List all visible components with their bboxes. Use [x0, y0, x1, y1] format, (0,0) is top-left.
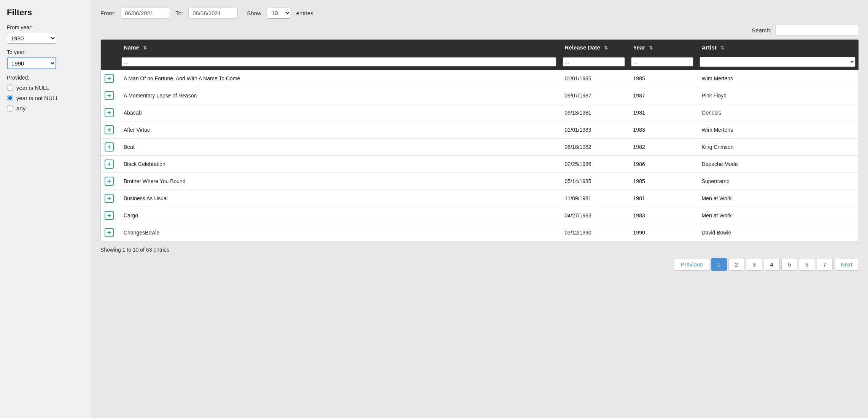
page-6-button[interactable]: 6 — [799, 258, 815, 271]
radio-year-not-null-label: year is not NULL — [16, 95, 59, 101]
cell-year: 1990 — [628, 224, 696, 241]
page-7-button[interactable]: 7 — [817, 258, 833, 271]
sidebar-title: Filters — [7, 8, 84, 18]
cell-name: A Momentary Lapse of Reason — [118, 87, 560, 104]
col-name-sort-icon: ⇅ — [143, 45, 147, 51]
cell-name: Brother Where You Bound — [118, 173, 560, 190]
table-row: + Business As Usual 11/09/1981 1981 Men … — [101, 190, 858, 207]
from-date-input[interactable] — [121, 8, 170, 19]
table-row: + A Man Of no Fortune, And With A Name T… — [101, 70, 858, 87]
filter-cell-add — [101, 55, 118, 70]
entries-select[interactable]: 10 25 50 100 — [267, 8, 291, 19]
from-year-select[interactable]: 1980 1981 1982 1983 1984 1985 1986 1987 … — [7, 33, 56, 44]
show-label: Show — [247, 10, 261, 16]
add-btn-cell: + — [101, 190, 118, 207]
search-row: Search: — [100, 25, 859, 35]
add-row-button[interactable]: + — [105, 74, 114, 83]
radio-year-null-label: year is NULL — [16, 85, 49, 91]
filter-name-input[interactable] — [121, 57, 556, 67]
add-row-button[interactable]: + — [105, 91, 114, 100]
top-controls: From: To: Show 10 25 50 100 entries — [100, 8, 859, 19]
page-5-button[interactable]: 5 — [781, 258, 797, 271]
cell-release-date: 05/14/1985 — [560, 173, 628, 190]
cell-release-date: 03/12/1990 — [560, 224, 628, 241]
table-header-row: Name ⇅ Release Date ⇅ Year ⇅ Artist ⇅ — [101, 40, 858, 55]
cell-name: Beat — [118, 139, 560, 156]
cell-artist: King Crimson — [696, 139, 858, 156]
cell-name: Black Celebration — [118, 156, 560, 173]
pagination: Previous 1 2 3 4 5 6 7 Next — [100, 258, 859, 271]
add-row-button[interactable]: + — [105, 108, 114, 117]
table-row: + ChangesBowie 03/12/1990 1990 David Bow… — [101, 224, 858, 241]
radio-any-input[interactable] — [7, 105, 13, 112]
add-btn-cell: + — [101, 121, 118, 139]
cell-release-date: 02/25/1986 — [560, 156, 628, 173]
add-btn-cell: + — [101, 156, 118, 173]
table-filter-row — [101, 55, 858, 70]
cell-artist: Wim Mertens — [696, 121, 858, 139]
cell-release-date: 04/27/1983 — [560, 207, 628, 224]
cell-name: A Man Of no Fortune, And With A Name To … — [118, 70, 560, 87]
cell-name: After Virtue — [118, 121, 560, 139]
add-row-button[interactable]: + — [105, 125, 114, 134]
cell-year: 1987 — [628, 87, 696, 104]
col-year[interactable]: Year ⇅ — [628, 40, 696, 55]
radio-any[interactable]: any — [7, 105, 84, 112]
to-year-select[interactable]: 1980 1981 1982 1983 1984 1985 1986 1987 … — [7, 57, 56, 69]
col-add — [101, 40, 118, 55]
table-row: + Beat 06/18/1982 1982 King Crimson — [101, 139, 858, 156]
cell-name: ChangesBowie — [118, 224, 560, 241]
add-row-button[interactable]: + — [105, 177, 114, 186]
next-button[interactable]: Next — [834, 258, 859, 271]
col-release-date[interactable]: Release Date ⇅ — [560, 40, 628, 55]
cell-release-date: 09/07/1987 — [560, 87, 628, 104]
add-row-button[interactable]: + — [105, 160, 114, 169]
add-btn-cell: + — [101, 70, 118, 87]
to-date-input[interactable] — [188, 8, 238, 19]
search-input[interactable] — [775, 25, 859, 35]
cell-artist: Genesis — [696, 104, 858, 121]
table-row: + After Virtue 01/01/1983 1983 Wim Merte… — [101, 121, 858, 139]
cell-artist: Men at Work — [696, 207, 858, 224]
cell-year: 1981 — [628, 190, 696, 207]
cell-artist: Depeche Mode — [696, 156, 858, 173]
table-row: + Brother Where You Bound 05/14/1985 198… — [101, 173, 858, 190]
cell-artist: Pink Floyd — [696, 87, 858, 104]
radio-any-label: any — [16, 105, 25, 112]
cell-release-date: 09/18/1981 — [560, 104, 628, 121]
add-btn-cell: + — [101, 173, 118, 190]
filter-cell-artist — [696, 55, 858, 70]
add-row-button[interactable]: + — [105, 142, 114, 152]
cell-year: 1985 — [628, 70, 696, 87]
cell-release-date: 06/18/1982 — [560, 139, 628, 156]
filter-release-date-input[interactable] — [563, 57, 625, 67]
filter-year-input[interactable] — [631, 57, 693, 67]
to-year-label: To year: — [7, 49, 84, 55]
page-2-button[interactable]: 2 — [728, 258, 744, 271]
page-4-button[interactable]: 4 — [764, 258, 780, 271]
filter-cell-year — [628, 55, 696, 70]
add-row-button[interactable]: + — [105, 211, 114, 220]
col-artist-sort-icon: ⇅ — [720, 45, 724, 51]
col-name[interactable]: Name ⇅ — [118, 40, 560, 55]
page-1-button[interactable]: 1 — [711, 258, 727, 271]
cell-year: 1983 — [628, 207, 696, 224]
radio-group: year is NULL year is not NULL any — [7, 85, 84, 112]
add-row-button[interactable]: + — [105, 228, 114, 237]
col-artist[interactable]: Artist ⇅ — [696, 40, 858, 55]
radio-year-not-null[interactable]: year is not NULL — [7, 95, 84, 101]
table-body: + A Man Of no Fortune, And With A Name T… — [101, 70, 858, 241]
from-date-label: From: — [100, 10, 115, 16]
cell-year: 1981 — [628, 104, 696, 121]
cell-year: 1983 — [628, 121, 696, 139]
previous-button[interactable]: Previous — [674, 258, 709, 271]
radio-year-null[interactable]: year is NULL — [7, 85, 84, 91]
radio-year-not-null-input[interactable] — [7, 95, 13, 101]
cell-artist: Wim Mertens — [696, 70, 858, 87]
cell-release-date: 11/09/1981 — [560, 190, 628, 207]
page-3-button[interactable]: 3 — [746, 258, 762, 271]
radio-year-null-input[interactable] — [7, 85, 13, 91]
filter-artist-select[interactable] — [699, 57, 855, 67]
add-btn-cell: + — [101, 104, 118, 121]
add-row-button[interactable]: + — [105, 194, 114, 203]
